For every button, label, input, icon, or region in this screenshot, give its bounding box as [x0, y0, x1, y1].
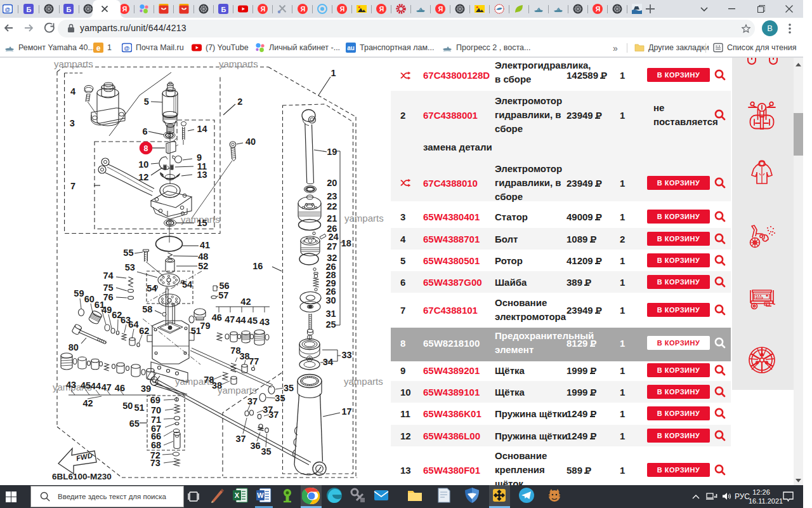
- svg-text:36: 36: [250, 441, 260, 451]
- svg-text:54: 54: [182, 279, 192, 290]
- svg-text:57: 57: [218, 290, 228, 300]
- svg-text:42: 42: [83, 398, 93, 408]
- svg-text:17: 17: [342, 406, 352, 417]
- svg-text:7: 7: [70, 181, 75, 191]
- svg-text:37: 37: [268, 410, 278, 420]
- svg-text:Б: Б: [221, 6, 226, 13]
- svg-text:Я: Я: [122, 5, 128, 13]
- svg-text:Б: Б: [27, 6, 32, 13]
- svg-text:1: 1: [331, 68, 336, 78]
- svg-text:55: 55: [123, 248, 133, 258]
- svg-text:22: 22: [327, 201, 337, 211]
- svg-text:59: 59: [74, 288, 84, 298]
- svg-text:au: au: [347, 44, 355, 51]
- svg-text:@: @: [124, 45, 130, 51]
- svg-text:13: 13: [197, 170, 207, 180]
- svg-text:34: 34: [323, 357, 333, 367]
- svg-text:Я: Я: [596, 5, 601, 13]
- svg-text:69: 69: [150, 395, 160, 405]
- svg-text:26: 26: [325, 286, 336, 297]
- svg-text:44: 44: [236, 315, 246, 325]
- svg-text:42: 42: [240, 297, 251, 307]
- svg-text:56: 56: [219, 281, 229, 291]
- svg-text:39: 39: [141, 384, 151, 394]
- svg-text:16: 16: [252, 261, 263, 271]
- svg-text:Я: Я: [438, 5, 443, 13]
- svg-text:2: 2: [237, 97, 242, 107]
- svg-text:70: 70: [151, 405, 161, 415]
- svg-text:64: 64: [128, 319, 138, 330]
- svg-text:24: 24: [328, 232, 338, 242]
- svg-text:48: 48: [198, 251, 208, 262]
- svg-text:77: 77: [249, 356, 259, 366]
- svg-text:49: 49: [102, 305, 112, 315]
- svg-text:27: 27: [327, 241, 337, 251]
- svg-text:37: 37: [247, 396, 258, 406]
- svg-text:31: 31: [325, 309, 336, 319]
- svg-text:71: 71: [151, 415, 161, 425]
- svg-text:6BL6100-M230: 6BL6100-M230: [52, 472, 112, 481]
- svg-text:53: 53: [125, 262, 135, 272]
- svg-text:30: 30: [325, 295, 336, 305]
- svg-text:yamparts: yamparts: [344, 213, 384, 224]
- svg-text:47: 47: [102, 382, 112, 392]
- svg-text:45: 45: [81, 380, 91, 391]
- svg-text:52: 52: [198, 261, 208, 271]
- svg-text:W: W: [257, 491, 264, 499]
- svg-text:44: 44: [91, 381, 101, 391]
- svg-text:50: 50: [122, 401, 133, 411]
- svg-text:43: 43: [66, 380, 76, 390]
- svg-text:73: 73: [150, 458, 160, 468]
- svg-text:38: 38: [212, 380, 222, 391]
- svg-text:51: 51: [134, 403, 144, 413]
- svg-text:54: 54: [147, 283, 157, 293]
- svg-text:79: 79: [200, 321, 210, 331]
- svg-text:3: 3: [70, 118, 75, 128]
- svg-text:21: 21: [327, 213, 337, 224]
- svg-text:20: 20: [327, 178, 337, 188]
- svg-text:62: 62: [139, 326, 149, 336]
- svg-text:4: 4: [70, 86, 75, 97]
- svg-text:18: 18: [341, 238, 351, 248]
- svg-text:80: 80: [69, 342, 79, 352]
- svg-text:8: 8: [144, 144, 148, 153]
- svg-text:35: 35: [275, 393, 285, 403]
- svg-text:74: 74: [103, 271, 114, 281]
- svg-text:46: 46: [115, 383, 125, 393]
- svg-text:15: 15: [197, 218, 207, 228]
- svg-text:yamparts: yamparts: [344, 376, 383, 387]
- svg-text:60: 60: [84, 294, 95, 304]
- svg-text:14: 14: [197, 124, 207, 134]
- svg-text:45: 45: [247, 316, 258, 326]
- svg-text:40: 40: [246, 137, 256, 147]
- svg-text:65: 65: [129, 418, 140, 429]
- svg-text:Я: Я: [340, 5, 345, 13]
- svg-text:X: X: [235, 491, 240, 499]
- svg-text:@: @: [5, 6, 11, 13]
- svg-text:6: 6: [142, 126, 147, 137]
- svg-text:19: 19: [327, 147, 337, 157]
- svg-text:37: 37: [236, 434, 246, 444]
- svg-text:41: 41: [200, 240, 210, 250]
- svg-text:46: 46: [212, 312, 222, 323]
- svg-text:25: 25: [325, 319, 336, 330]
- svg-text:Я: Я: [379, 5, 384, 13]
- svg-text:e: e: [96, 44, 101, 53]
- svg-text:23: 23: [327, 191, 337, 201]
- svg-text:47: 47: [225, 314, 235, 324]
- svg-text:68: 68: [151, 440, 161, 450]
- svg-text:Я: Я: [301, 5, 306, 13]
- svg-text:FWD: FWD: [75, 451, 93, 462]
- svg-text:35: 35: [261, 446, 271, 457]
- svg-text:58: 58: [142, 304, 152, 314]
- svg-text:12: 12: [138, 172, 148, 182]
- svg-text:75: 75: [103, 283, 114, 293]
- svg-text:5: 5: [144, 97, 149, 107]
- svg-text:Б: Б: [67, 6, 72, 13]
- svg-text:Я: Я: [261, 5, 266, 13]
- svg-text:35: 35: [284, 383, 294, 393]
- svg-text:yamparts: yamparts: [54, 58, 93, 69]
- svg-text:yamparts: yamparts: [219, 58, 258, 69]
- svg-text:43: 43: [259, 317, 270, 327]
- svg-text:10: 10: [138, 159, 148, 170]
